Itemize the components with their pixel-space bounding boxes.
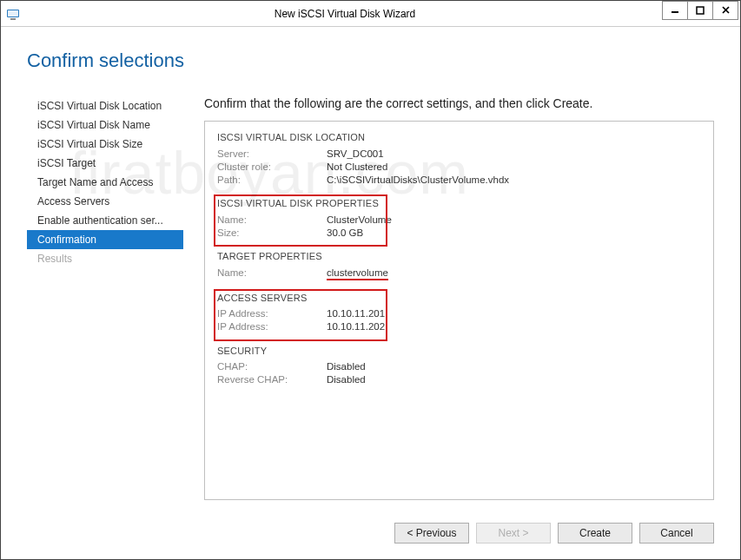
summary-box: ISCSI VIRTUAL DISK LOCATION Server: SRV_… <box>204 121 714 500</box>
disk-name-value: ClusterVolume <box>327 213 392 226</box>
section-access-servers: ACCESS SERVERS IP Address: 10.10.11.201 … <box>217 293 701 333</box>
maximize-button[interactable] <box>687 1 713 20</box>
ip2-label: IP Address: <box>217 320 327 333</box>
step-results: Results <box>27 249 183 268</box>
section-properties-header: ISCSI VIRTUAL DISK PROPERTIES <box>217 198 701 208</box>
next-button: Next > <box>476 523 551 544</box>
app-icon <box>6 7 20 21</box>
section-target-header: TARGET PROPERTIES <box>217 251 701 261</box>
close-button[interactable] <box>712 1 738 20</box>
section-access-header: ACCESS SERVERS <box>217 293 701 303</box>
page-title: Confirm selections <box>27 49 714 72</box>
main-row: iSCSI Virtual Disk Location iSCSI Virtua… <box>27 96 714 500</box>
wizard-steps-sidebar: iSCSI Virtual Disk Location iSCSI Virtua… <box>27 96 183 500</box>
path-value: C:\iSCSIVirtualDisks\ClusterVolume.vhdx <box>327 173 509 186</box>
svg-rect-2 <box>10 18 16 20</box>
section-properties: ISCSI VIRTUAL DISK PROPERTIES Name: Clus… <box>217 198 701 239</box>
target-name-value: clustervolume <box>327 266 388 280</box>
step-disk-size[interactable]: iSCSI Virtual Disk Size <box>27 135 183 154</box>
section-security-header: SECURITY <box>217 346 701 356</box>
section-target: TARGET PROPERTIES Name: clustervolume <box>217 251 701 280</box>
disk-size-label: Size: <box>217 226 327 239</box>
step-disk-name[interactable]: iSCSI Virtual Disk Name <box>27 115 183 135</box>
ip2-value: 10.10.11.202 <box>327 320 385 333</box>
ip1-label: IP Address: <box>217 307 327 320</box>
wizard-window: New iSCSI Virtual Disk Wizard firatboyan… <box>0 0 741 560</box>
section-location-header: ISCSI VIRTUAL DISK LOCATION <box>217 132 701 142</box>
step-iscsi-target[interactable]: iSCSI Target <box>27 154 183 173</box>
previous-button[interactable]: < Previous <box>394 523 469 544</box>
window-title: New iSCSI Virtual Disk Wizard <box>27 8 663 20</box>
step-target-name-access[interactable]: Target Name and Access <box>27 173 183 192</box>
ip1-value: 10.10.11.201 <box>327 307 385 320</box>
disk-size-value: 30.0 GB <box>327 226 392 239</box>
cluster-role-value: Not Clustered <box>327 160 509 173</box>
disk-name-label: Name: <box>217 213 327 226</box>
cancel-button[interactable]: Cancel <box>639 523 714 544</box>
cluster-role-label: Cluster role: <box>217 160 327 173</box>
step-access-servers[interactable]: Access Servers <box>27 192 183 211</box>
chap-value: Disabled <box>327 360 366 373</box>
minimize-button[interactable] <box>662 1 688 20</box>
path-label: Path: <box>217 173 327 186</box>
section-security: SECURITY CHAP: Disabled Reverse CHAP: Di… <box>217 346 701 386</box>
content-area: Confirm selections iSCSI Virtual Disk Lo… <box>1 27 740 509</box>
instruction-text: Confirm that the following are the corre… <box>204 96 714 110</box>
reverse-chap-value: Disabled <box>327 373 366 386</box>
wizard-button-row: < Previous Next > Create Cancel <box>1 509 740 559</box>
target-name-label: Name: <box>217 266 327 280</box>
svg-rect-4 <box>697 7 704 14</box>
window-controls <box>663 1 740 20</box>
reverse-chap-label: Reverse CHAP: <box>217 373 327 386</box>
server-label: Server: <box>217 147 327 160</box>
create-button[interactable]: Create <box>558 523 632 544</box>
svg-rect-1 <box>8 10 18 16</box>
step-enable-authentication[interactable]: Enable authentication ser... <box>27 211 183 230</box>
main-panel: Confirm that the following are the corre… <box>204 96 714 500</box>
step-confirmation[interactable]: Confirmation <box>27 230 183 249</box>
titlebar: New iSCSI Virtual Disk Wizard <box>1 1 740 27</box>
step-disk-location[interactable]: iSCSI Virtual Disk Location <box>27 96 183 115</box>
chap-label: CHAP: <box>217 360 327 373</box>
section-location: ISCSI VIRTUAL DISK LOCATION Server: SRV_… <box>217 132 701 186</box>
server-value: SRV_DC001 <box>327 147 509 160</box>
